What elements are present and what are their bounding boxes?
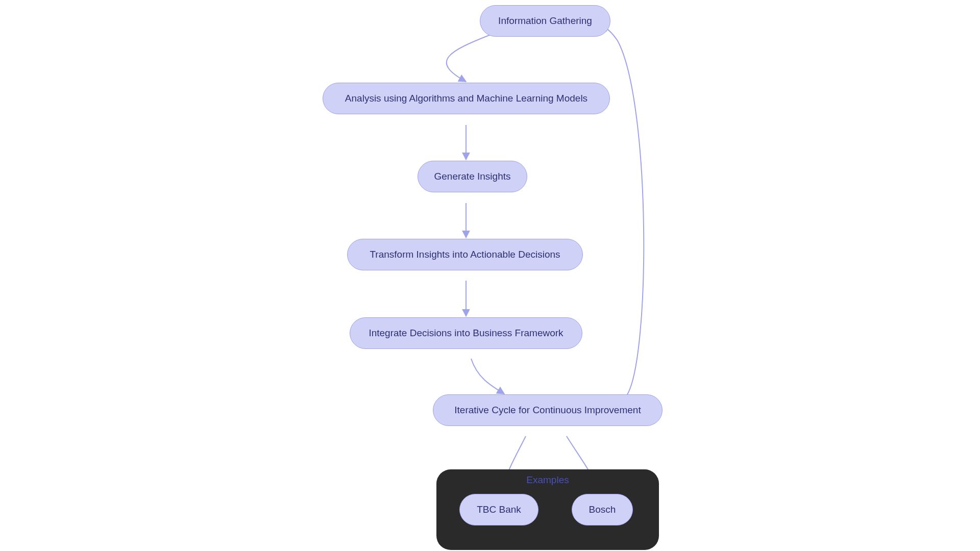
group-label: Examples [436,474,659,486]
node-transform-insights: Transform Insights into Actionable Decis… [347,239,583,270]
node-analysis: Analysis using Algorithms and Machine Le… [323,83,610,114]
node-label: Bosch [589,504,616,515]
node-integrate-decisions: Integrate Decisions into Business Framew… [350,317,582,349]
node-tbc-bank: TBC Bank [459,494,538,525]
node-iterative-cycle: Iterative Cycle for Continuous Improveme… [433,394,663,426]
node-bosch: Bosch [572,494,633,525]
node-label: Iterative Cycle for Continuous Improveme… [454,405,641,416]
edge-n5-n6 [471,359,504,394]
node-label: Information Gathering [498,15,592,27]
node-label: Integrate Decisions into Business Framew… [369,328,563,339]
node-generate-insights: Generate Insights [418,161,527,192]
node-information-gathering: Information Gathering [480,5,610,37]
node-label: TBC Bank [477,504,521,515]
edge-n6-n1 [601,26,644,395]
node-label: Transform Insights into Actionable Decis… [370,249,560,260]
node-label: Generate Insights [434,171,511,182]
flowchart-canvas: Information Gathering Analysis using Alg… [0,0,980,551]
node-label: Analysis using Algorithms and Machine Le… [345,93,587,104]
edge-n1-n2 [447,35,491,82]
